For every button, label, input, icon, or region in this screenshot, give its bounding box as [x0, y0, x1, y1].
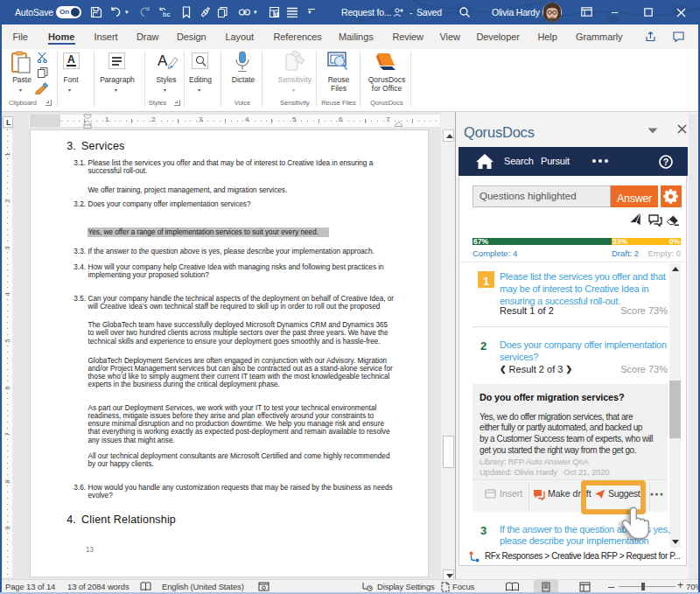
- svg-text:?: ?: [663, 157, 668, 167]
- svg-text:A: A: [158, 52, 168, 69]
- svg-text:bc: bc: [163, 10, 170, 18]
